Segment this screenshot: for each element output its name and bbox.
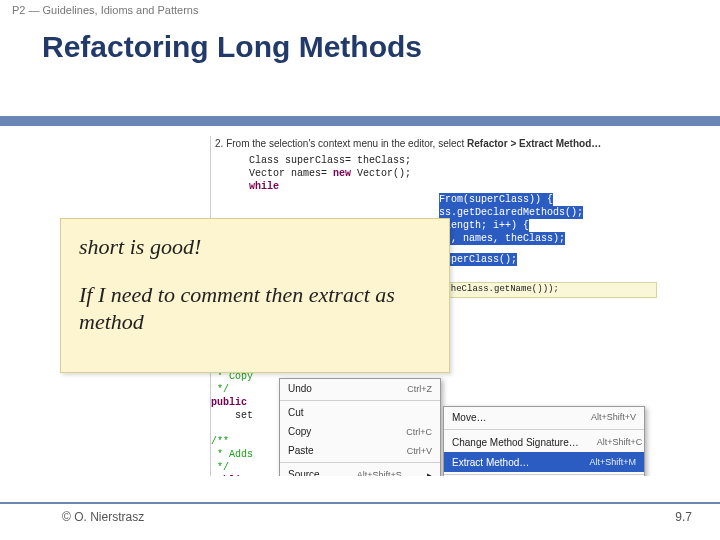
refactor-submenu-separator xyxy=(444,429,644,430)
footer-page-number: 9.7 xyxy=(675,510,692,524)
context-menu-item-undo[interactable]: UndoCtrl+Z xyxy=(280,379,440,398)
context-menu-separator xyxy=(280,462,440,463)
menu-item-shortcut: Ctrl+V xyxy=(407,446,432,456)
footer-divider xyxy=(0,502,720,504)
menu-item-label: Change Method Signature… xyxy=(452,437,579,448)
refactor-submenu-item-move[interactable]: Move…Alt+Shift+V xyxy=(444,407,644,427)
menu-item-label: Extract Method… xyxy=(452,457,529,468)
note-line-1: short is good! xyxy=(79,233,431,261)
menu-item-shortcut: Alt+Shift+C xyxy=(597,437,643,447)
menu-item-shortcut: Alt+Shift+M xyxy=(589,457,636,467)
menu-item-label: Move… xyxy=(452,412,486,423)
breadcrumb: P2 — Guidelines, Idioms and Patterns xyxy=(0,0,720,24)
accent-bar xyxy=(0,116,720,126)
refactor-submenu[interactable]: Move…Alt+Shift+VChange Method Signature…… xyxy=(443,406,645,476)
context-menu-item-paste[interactable]: PasteCtrl+V xyxy=(280,441,440,460)
sticky-note: short is good! If I need to comment then… xyxy=(60,218,450,373)
context-menu-separator xyxy=(280,400,440,401)
menu-item-label: Copy xyxy=(288,426,311,437)
menu-item-shortcut: Alt+Shift+S xyxy=(357,470,402,477)
menu-item-label: Paste xyxy=(288,445,314,456)
instruction-text: 2. From the selection's context menu in … xyxy=(211,136,605,151)
refactor-submenu-separator xyxy=(444,474,644,475)
page-title: Refactoring Long Methods xyxy=(42,30,422,64)
refactor-submenu-item-extract-method[interactable]: Extract Method…Alt+Shift+M xyxy=(444,452,644,472)
note-line-2: If I need to comment then extract as met… xyxy=(79,281,431,336)
context-menu-item-source[interactable]: SourceAlt+Shift+S xyxy=(280,465,440,476)
code-selection: From(superClass)) { xyxy=(439,193,553,206)
refactor-submenu-item-change-method-signature[interactable]: Change Method Signature…Alt+Shift+C xyxy=(444,432,644,452)
menu-item-shortcut: Ctrl+Z xyxy=(407,384,432,394)
context-menu-item-cut[interactable]: Cut xyxy=(280,403,440,422)
menu-item-shortcut: Alt+Shift+V xyxy=(591,412,636,422)
menu-item-label: Source xyxy=(288,469,320,476)
menu-item-shortcut: Ctrl+C xyxy=(406,427,432,437)
menu-item-label: Cut xyxy=(288,407,304,418)
menu-item-label: Undo xyxy=(288,383,312,394)
footer-copyright: © O. Nierstrasz xyxy=(62,510,144,524)
context-menu[interactable]: UndoCtrl+ZCutCopyCtrl+CPasteCtrl+VSource… xyxy=(279,378,441,476)
context-menu-item-copy[interactable]: CopyCtrl+C xyxy=(280,422,440,441)
